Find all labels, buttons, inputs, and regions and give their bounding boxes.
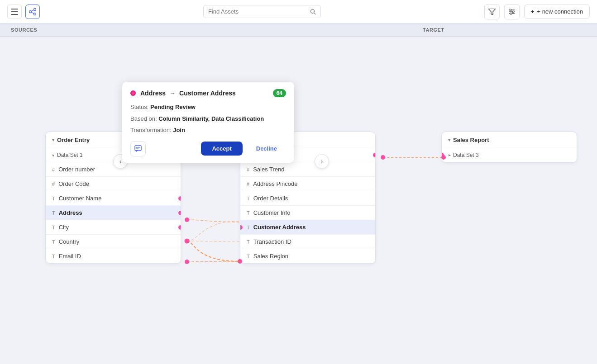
svg-rect-2 <box>11 14 18 15</box>
dataset1-label: Data Set 1 <box>57 152 83 158</box>
order-entry-title: Order Entry <box>57 137 90 143</box>
row-sales-trend: # Sales Trend <box>240 162 375 177</box>
topbar-left <box>7 5 40 19</box>
city-dot <box>178 225 181 230</box>
accept-btn[interactable]: Accept <box>201 142 242 156</box>
row-city: T City <box>46 220 181 235</box>
nav-right-btn[interactable]: › <box>315 154 329 169</box>
right-arrow-icon: › <box>321 158 323 165</box>
svg-line-9 <box>314 13 315 14</box>
tooltip-source: Address <box>140 90 166 97</box>
topbar-right: + + new connection <box>484 4 590 19</box>
dataset3-subheader: ▾ Data Set 3 <box>442 148 577 162</box>
sales-report-header: ▾ Sales Report <box>442 132 577 148</box>
settings-icon <box>508 9 516 15</box>
graph-view-btn[interactable] <box>25 5 40 19</box>
list-view-btn[interactable] <box>7 5 22 19</box>
new-connection-plus: + <box>531 8 535 15</box>
tooltip-status-row: Status: Pending Review <box>130 103 286 112</box>
svg-point-16 <box>510 13 512 14</box>
row-country: T Country <box>46 235 181 249</box>
row-customer-name: T Customer Name <box>46 191 181 206</box>
sales-report-card: ▾ Sales Report ▾ Data Set 3 <box>441 132 577 163</box>
tooltip-actions: Accept Decline <box>130 141 286 156</box>
dataset1-chevron[interactable]: ▾ <box>52 153 54 158</box>
svg-point-5 <box>34 13 36 15</box>
chat-btn[interactable] <box>130 141 146 156</box>
svg-point-22 <box>185 260 189 264</box>
sales-report-title: Sales Report <box>453 137 489 143</box>
search-input[interactable] <box>208 8 306 15</box>
svg-point-19 <box>185 217 189 222</box>
svg-rect-0 <box>11 9 18 9</box>
address-dot <box>178 211 181 215</box>
svg-rect-25 <box>135 146 141 151</box>
sources-header: SOURCES <box>0 24 412 36</box>
dataset2-right-dot <box>373 153 376 157</box>
filter-icon <box>488 9 496 15</box>
tooltip-based-on-row: Based on: Column Similarity, Data Classi… <box>130 114 286 123</box>
row-transaction-id: T Transaction ID <box>240 235 375 249</box>
tooltip-arrow: → <box>169 90 176 97</box>
search-box[interactable] <box>203 5 321 18</box>
row-email-id: T Email ID <box>46 249 181 263</box>
topbar-center <box>203 5 321 18</box>
row-order-details: T Order Details <box>240 191 375 206</box>
tooltip-title: Address → Customer Address <box>140 90 268 97</box>
sales-report-chevron[interactable]: ▾ <box>448 137 450 142</box>
svg-line-6 <box>31 10 34 11</box>
decline-btn[interactable]: Decline <box>247 142 286 156</box>
svg-point-23 <box>381 155 385 160</box>
row-address-pincode: # Address Pincode <box>240 177 375 191</box>
source-dot <box>130 90 136 96</box>
new-connection-btn[interactable]: + + new connection <box>524 5 590 19</box>
dataset3-label: Data Set 3 <box>453 152 479 158</box>
svg-line-7 <box>31 12 34 14</box>
filter-btn[interactable] <box>484 4 500 19</box>
svg-point-20 <box>185 239 190 244</box>
svg-rect-1 <box>11 11 18 12</box>
svg-point-4 <box>34 8 36 10</box>
new-connection-label: + new connection <box>537 8 583 15</box>
svg-marker-10 <box>488 9 496 15</box>
customer-name-dot <box>178 196 181 201</box>
svg-point-15 <box>512 11 514 13</box>
customer-address-dot <box>240 225 243 230</box>
tooltip-popup: Address → Customer Address 64 Status: Pe… <box>122 82 294 163</box>
score-badge: 64 <box>273 89 286 97</box>
row-address: T Address <box>46 206 181 220</box>
dataset3-left-dot <box>441 153 444 157</box>
dataset3-chevron[interactable]: ▾ <box>447 154 452 156</box>
topbar: + + new connection <box>0 0 597 24</box>
tooltip-transformation-row: Transformation: Join <box>130 126 286 135</box>
row-customer-info: T Customer Info <box>240 206 375 220</box>
chat-icon <box>134 145 142 152</box>
settings-btn[interactable] <box>504 4 520 19</box>
row-order-number: # Order number <box>46 162 181 177</box>
row-order-code: # Order Code <box>46 177 181 191</box>
action-buttons: Accept Decline <box>201 142 286 156</box>
left-arrow-icon: ‹ <box>119 158 122 165</box>
order-entry-chevron[interactable]: ▾ <box>52 137 54 142</box>
canvas: Address → Customer Address 64 Status: Pe… <box>0 37 597 362</box>
tooltip-header: Address → Customer Address 64 <box>130 89 286 97</box>
svg-point-3 <box>29 10 32 13</box>
section-headers: SOURCES TARGET <box>0 24 597 37</box>
target-header: TARGET <box>412 24 597 36</box>
search-icon <box>310 9 316 15</box>
svg-point-14 <box>510 9 511 11</box>
row-customer-address: T Customer Address <box>240 220 375 235</box>
tooltip-target: Customer Address <box>179 90 236 97</box>
row-sales-region: T Sales Region <box>240 249 375 263</box>
